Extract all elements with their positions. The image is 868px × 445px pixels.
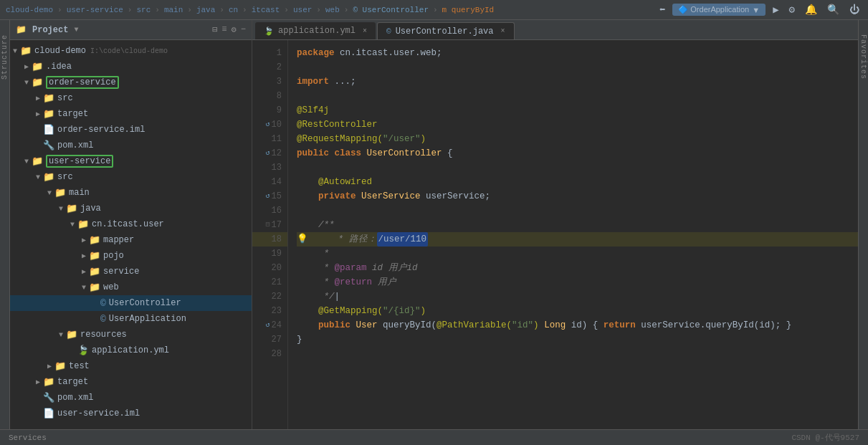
tree-item-app-yml[interactable]: 🍃 application.yml — [10, 343, 252, 358]
arrow-user-main: ▼ — [44, 189, 54, 197]
linenum-14: 14 — [252, 175, 287, 189]
code-line-15: private UserService userService; — [297, 189, 858, 204]
search-icon[interactable]: 🔍 — [824, 2, 842, 17]
tree-item-user-controller[interactable]: © UserController — [10, 295, 252, 311]
label-order-iml: order-service.iml — [57, 125, 145, 135]
tree-item-user-java[interactable]: ▼ 📁 java — [10, 201, 252, 216]
favorites-tab[interactable]: Favorites — [858, 20, 868, 429]
navigate-back-icon[interactable]: ⬅ — [657, 2, 668, 17]
code-line-21: * @return 用户 — [297, 275, 858, 290]
breadcrumb-src[interactable]: src — [136, 6, 151, 14]
sort-icon[interactable]: ≡ — [221, 24, 226, 35]
tree-item-user-main[interactable]: ▼ 📁 main — [10, 185, 252, 201]
panel-header: 📁 Project ▼ ⊟ ≡ ⚙ − — [10, 20, 252, 40]
folder-icon-resources: 📁 — [66, 329, 77, 340]
linenum-13: 13 — [252, 161, 287, 175]
tree-item-web[interactable]: ▼ 📁 web — [10, 279, 252, 295]
file-icon-user-pom: 🔧 — [43, 392, 54, 403]
tree-item-user-src[interactable]: ▼ 📁 src — [10, 169, 252, 185]
label-app-yml: application.yml — [92, 345, 169, 355]
folder-icon-order-service: 📁 — [32, 77, 43, 88]
run-config-button[interactable]: 🔷 OrderApplication ▼ — [672, 4, 766, 16]
code-editor: 1 2 3 8 9 ↺10 11 ↺12 13 14 ↺15 16 — [252, 40, 858, 429]
tree-item-cn-itcast[interactable]: ▼ 📁 cn.itcast.user — [10, 216, 252, 232]
linenum-15: ↺15 — [252, 189, 287, 204]
tree-item-test[interactable]: ▶ 📁 test — [10, 358, 252, 374]
file-icon-user-application: © — [100, 314, 106, 325]
gutter-reload-12: ↺ — [262, 146, 270, 161]
tab-close-yml[interactable]: × — [363, 27, 367, 35]
code-line-28 — [297, 347, 858, 361]
linenum-17: ⊟17 — [252, 218, 287, 232]
label-user-controller: UserController — [109, 298, 181, 308]
title-bar-actions: ⬅ 🔷 OrderApplication ▼ ▶ ⚙ 🔔 🔍 ⏻ — [657, 2, 862, 17]
label-order-pom: pom.xml — [57, 140, 93, 150]
linenum-2: 2 — [252, 60, 287, 75]
collapse-all-icon[interactable]: ⊟ — [212, 24, 217, 35]
tree-item-user-service[interactable]: ▼ 📁 user-service — [10, 153, 252, 169]
breadcrumb-cloud-demo[interactable]: cloud-demo — [6, 6, 53, 14]
tree-item-mapper[interactable]: ▶ 📁 mapper — [10, 232, 252, 248]
editor-tabs: 🍃 application.yml × © UserController.jav… — [252, 20, 858, 40]
label-order-service: order-service — [46, 76, 119, 89]
breadcrumb-user[interactable]: user — [293, 6, 312, 14]
tree-item-user-iml[interactable]: 📄 user-service.iml — [10, 406, 252, 421]
run-icon[interactable]: ▶ — [770, 2, 781, 17]
code-line-20: * @param id 用户id — [297, 261, 858, 275]
tab-application-yml[interactable]: 🍃 application.yml × — [255, 22, 376, 39]
breadcrumb-cn[interactable]: cn — [229, 6, 238, 14]
folder-icon-cn-itcast: 📁 — [77, 219, 89, 230]
gutter-reload-10: ↺ — [262, 118, 270, 132]
tree-item-pojo[interactable]: ▶ 📁 pojo — [10, 248, 252, 264]
favorites-label: Favorites — [859, 34, 867, 80]
tree-item-order-target[interactable]: ▶ 📁 target — [10, 106, 252, 122]
label-web: web — [103, 282, 119, 292]
breadcrumb-controller[interactable]: © UserController — [353, 6, 429, 14]
panel-settings-icon[interactable]: ⚙ — [232, 24, 237, 35]
tree-item-order-src[interactable]: ▶ 📁 src — [10, 90, 252, 106]
arrow-order-src: ▶ — [33, 94, 43, 102]
tree-item-user-application[interactable]: © UserApplication — [10, 311, 252, 327]
code-line-24: public User queryById( @PathVariable("id… — [297, 318, 858, 332]
file-icon-order-iml: 📄 — [43, 124, 54, 135]
folder-icon-pojo: 📁 — [89, 250, 100, 262]
panel-close-icon[interactable]: − — [241, 24, 246, 35]
tree-item-resources[interactable]: ▼ 📁 resources — [10, 327, 252, 343]
notification-icon[interactable]: 🔔 — [802, 2, 820, 17]
tab-label-java: UserController.java — [396, 27, 494, 37]
project-tree[interactable]: ▼ 📁 cloud-demo I:\code\cloud-demo ▶ 📁 .i… — [10, 40, 252, 429]
panel-dropdown-icon[interactable]: ▼ — [74, 26, 78, 34]
breadcrumb-itcast[interactable]: itcast — [252, 6, 280, 14]
tree-item-order-iml[interactable]: 📄 order-service.iml — [10, 122, 252, 138]
tree-item-order-service[interactable]: ▼ 📁 order-service — [10, 75, 252, 90]
code-line-14: @Autowired — [297, 175, 858, 189]
tree-item-user-target[interactable]: ▶ 📁 target — [10, 374, 252, 390]
tree-item-order-pom[interactable]: 🔧 pom.xml — [10, 138, 252, 153]
tree-item-idea[interactable]: ▶ 📁 .idea — [10, 59, 252, 75]
code-line-22: */ | — [297, 290, 858, 304]
code-line-9: @Slf4j — [297, 103, 858, 118]
tree-item-user-pom[interactable]: 🔧 pom.xml — [10, 390, 252, 406]
code-content[interactable]: package cn.itcast.user.web; import ...; … — [288, 40, 858, 429]
breadcrumb-java[interactable]: java — [196, 6, 215, 14]
path-cloud-demo: I:\code\cloud-demo — [90, 47, 168, 55]
structure-tab[interactable]: Structure — [0, 20, 10, 429]
tab-user-controller[interactable]: © UserController.java × — [377, 22, 514, 39]
arrow-user-src: ▼ — [33, 173, 43, 181]
label-user-pom: pom.xml — [57, 393, 93, 403]
tree-item-cloud-demo[interactable]: ▼ 📁 cloud-demo I:\code\cloud-demo — [10, 43, 252, 59]
settings-icon[interactable]: ⚙ — [786, 2, 798, 17]
label-test: test — [69, 361, 90, 371]
arrow-service: ▶ — [79, 267, 89, 276]
breadcrumb-method[interactable]: m queryById — [442, 6, 495, 14]
breadcrumb-main[interactable]: main — [164, 6, 183, 14]
yml-tab-icon: 🍃 — [264, 27, 274, 36]
tab-close-java[interactable]: × — [500, 27, 505, 35]
arrow-idea: ▶ — [22, 62, 32, 71]
code-line-11: @RequestMapping("/user") — [297, 132, 858, 146]
breadcrumb-user-service[interactable]: user-service — [67, 6, 123, 14]
breadcrumb-web[interactable]: web — [325, 6, 340, 14]
power-icon[interactable]: ⏻ — [846, 3, 862, 17]
file-icon-user-iml: 📄 — [43, 408, 54, 419]
tree-item-service[interactable]: ▶ 📁 service — [10, 264, 252, 279]
